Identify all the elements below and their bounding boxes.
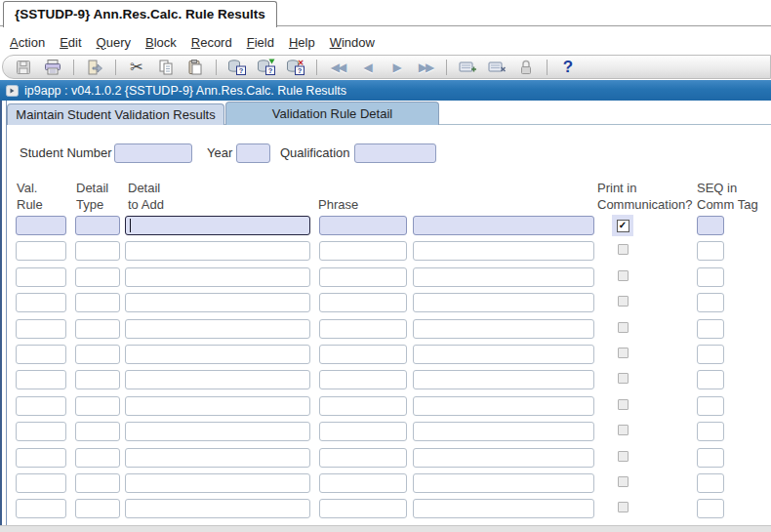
print-in-communication-checkbox[interactable]: [618, 425, 629, 435]
next-record-icon[interactable]: ▶: [386, 58, 407, 77]
detail-to-add-input[interactable]: [125, 319, 310, 339]
print-in-communication-checkbox[interactable]: [618, 373, 629, 384]
detail-type-input[interactable]: [75, 216, 120, 235]
val-rule-input[interactable]: [16, 267, 66, 287]
detail-type-input[interactable]: [75, 448, 120, 468]
qualification-input[interactable]: [354, 143, 436, 163]
print-in-communication-checkbox[interactable]: [618, 451, 629, 462]
phrase-input[interactable]: [319, 499, 407, 518]
detail-type-input[interactable]: [75, 422, 120, 441]
help-icon[interactable]: ?: [557, 58, 579, 77]
print-in-communication-checkbox[interactable]: [618, 296, 629, 307]
mdi-tab[interactable]: {SSTUDP-9} Ann.Res.Calc. Rule Results: [3, 1, 277, 27]
detail-to-add-input[interactable]: [125, 448, 310, 468]
phrase-text-input[interactable]: [413, 473, 594, 493]
seq-in-comm-tag-input[interactable]: [697, 499, 724, 518]
seq-in-comm-tag-input[interactable]: [697, 396, 724, 416]
detail-type-input[interactable]: [75, 370, 120, 389]
detail-to-add-input[interactable]: [125, 216, 310, 235]
val-rule-input[interactable]: [16, 473, 66, 493]
print-in-communication-checkbox[interactable]: [618, 502, 629, 512]
print-icon[interactable]: [42, 58, 63, 77]
phrase-input[interactable]: [319, 473, 407, 493]
insert-record-icon[interactable]: [457, 58, 478, 77]
detail-type-input[interactable]: [75, 396, 120, 416]
seq-in-comm-tag-input[interactable]: [697, 473, 724, 493]
seq-in-comm-tag-input[interactable]: [697, 345, 724, 364]
print-in-communication-checkbox[interactable]: [618, 476, 629, 487]
phrase-text-input[interactable]: [413, 422, 594, 441]
detail-to-add-input[interactable]: [125, 267, 310, 287]
copy-icon[interactable]: [155, 58, 177, 77]
print-in-communication-checkbox[interactable]: [618, 322, 629, 333]
detail-to-add-input[interactable]: [125, 422, 310, 441]
seq-in-comm-tag-input[interactable]: [697, 293, 724, 312]
detail-type-input[interactable]: [75, 499, 120, 518]
phrase-text-input[interactable]: [413, 396, 594, 416]
phrase-input[interactable]: [319, 422, 407, 441]
seq-in-comm-tag-input[interactable]: [697, 241, 724, 261]
val-rule-input[interactable]: [16, 499, 66, 518]
enter-query-icon[interactable]: ?: [226, 58, 248, 77]
val-rule-input[interactable]: [16, 422, 66, 441]
phrase-text-input[interactable]: [413, 370, 594, 389]
phrase-text-input[interactable]: [413, 448, 594, 468]
val-rule-input[interactable]: [16, 319, 66, 339]
detail-type-input[interactable]: [75, 293, 120, 312]
val-rule-input[interactable]: [16, 293, 66, 312]
menu-record[interactable]: Record: [185, 33, 238, 52]
detail-to-add-input[interactable]: [125, 345, 310, 364]
detail-type-input[interactable]: [75, 241, 120, 261]
phrase-text-input[interactable]: [413, 267, 594, 287]
menu-window[interactable]: Window: [324, 33, 381, 52]
detail-to-add-input[interactable]: [125, 370, 310, 389]
save-icon[interactable]: [13, 58, 34, 77]
val-rule-input[interactable]: [16, 241, 66, 261]
seq-in-comm-tag-input[interactable]: [697, 267, 724, 287]
year-input[interactable]: [236, 143, 270, 163]
menu-field[interactable]: Field: [241, 33, 280, 52]
cancel-query-icon[interactable]: ✕?: [285, 58, 306, 77]
menu-query[interactable]: Query: [91, 33, 137, 52]
phrase-input[interactable]: [319, 267, 407, 287]
phrase-input[interactable]: [319, 319, 407, 339]
phrase-text-input[interactable]: [413, 241, 594, 261]
exit-icon[interactable]: [84, 58, 105, 77]
val-rule-input[interactable]: [16, 345, 66, 364]
detail-to-add-input[interactable]: [125, 499, 310, 518]
phrase-input[interactable]: [319, 293, 407, 312]
phrase-input[interactable]: [319, 448, 407, 468]
menu-edit[interactable]: Edit: [54, 33, 87, 52]
val-rule-input[interactable]: [16, 396, 66, 416]
execute-query-icon[interactable]: ?: [256, 58, 277, 77]
print-in-communication-checkbox[interactable]: [618, 244, 629, 255]
val-rule-input[interactable]: [16, 216, 66, 235]
menu-help[interactable]: Help: [283, 33, 321, 52]
phrase-input[interactable]: [319, 345, 407, 364]
menu-action[interactable]: Action: [4, 33, 51, 52]
last-record-icon[interactable]: ▶▶: [415, 58, 436, 77]
seq-in-comm-tag-input[interactable]: [697, 448, 724, 468]
phrase-text-input[interactable]: [413, 319, 594, 339]
print-in-communication-checkbox[interactable]: [618, 348, 629, 358]
tab-validation-rule-detail[interactable]: Validation Rule Detail: [225, 102, 439, 125]
lock-record-icon[interactable]: [515, 58, 537, 77]
phrase-text-input[interactable]: [413, 216, 594, 235]
detail-type-input[interactable]: [75, 345, 120, 364]
detail-to-add-input[interactable]: [125, 293, 310, 312]
detail-to-add-input[interactable]: [125, 473, 310, 493]
tab-maintain-student-validation-results[interactable]: Maintain Student Validation Results: [7, 103, 224, 125]
phrase-input[interactable]: [319, 370, 407, 389]
phrase-input[interactable]: [319, 396, 407, 416]
phrase-text-input[interactable]: [413, 293, 594, 312]
print-in-communication-checkbox[interactable]: [618, 270, 629, 281]
val-rule-input[interactable]: [16, 370, 66, 389]
detail-type-input[interactable]: [75, 319, 120, 339]
seq-in-comm-tag-input[interactable]: [697, 216, 724, 235]
detail-to-add-input[interactable]: [125, 241, 310, 261]
previous-record-icon[interactable]: ◀: [356, 58, 378, 77]
window-title-bar[interactable]: ip9app : v04.1.0.2 {SSTUDP-9} Ann.Res.Ca…: [0, 80, 771, 101]
seq-in-comm-tag-input[interactable]: [697, 422, 724, 441]
phrase-text-input[interactable]: [413, 499, 594, 518]
print-in-communication-checkbox[interactable]: [618, 399, 629, 410]
